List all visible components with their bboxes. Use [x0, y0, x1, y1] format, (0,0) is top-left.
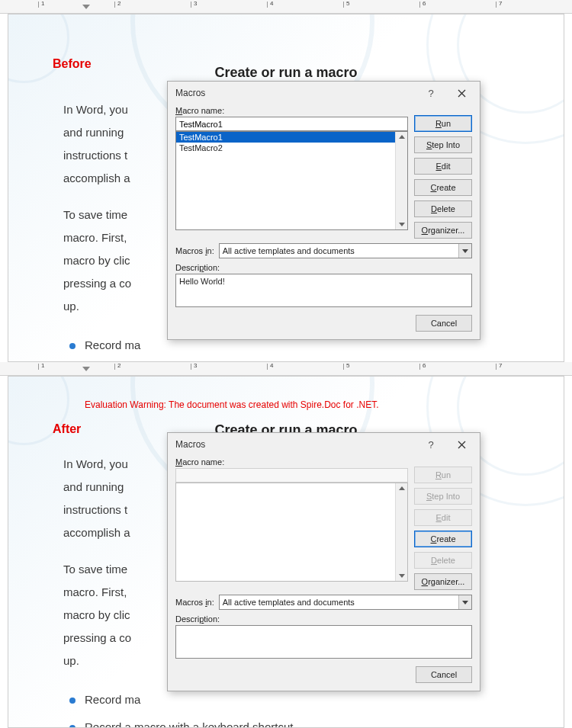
doc-text: accomplish a [63, 526, 130, 539]
doc-text: instructions t [63, 149, 127, 162]
doc-text: In Word, you [63, 457, 128, 470]
macros-in-label: Macros in: [175, 246, 214, 255]
document-title: Create or run a macro [8, 65, 564, 81]
ruler-mark: 4 [270, 362, 273, 369]
macro-name-input[interactable] [175, 117, 408, 131]
doc-text: and running [63, 126, 124, 139]
edit-button: Edit [414, 509, 472, 526]
doc-text: up. [63, 300, 79, 313]
dialog-title: Macros [175, 439, 416, 450]
macro-list[interactable]: TestMacro1 TestMacro2 [175, 131, 408, 230]
dialog-titlebar[interactable]: Macros ? [168, 433, 480, 456]
run-button[interactable]: Run [414, 115, 472, 132]
ruler-mark: 6 [423, 362, 426, 369]
macros-dialog: Macros ? Macro name: TestMacro1 TestMacr… [167, 81, 480, 340]
scrollbar[interactable] [395, 132, 407, 229]
dialog-titlebar[interactable]: Macros ? [168, 82, 480, 104]
description-text: Hello World! [179, 277, 225, 286]
description-box[interactable]: Hello World! [175, 274, 472, 307]
ruler-mark: 7 [499, 362, 502, 369]
macros-dialog: Macros ? Macro name: Run Step Into [167, 432, 480, 691]
ruler-mark: 5 [346, 362, 349, 369]
scroll-down-icon[interactable] [399, 574, 405, 578]
run-button: Run [414, 467, 472, 483]
scene-after: 1 2 3 4 5 6 7 Evaluation Warning: The do… [0, 362, 572, 728]
ruler-mark: 7 [499, 0, 502, 7]
create-button[interactable]: Create [414, 179, 472, 196]
macro-name-input[interactable] [175, 468, 408, 483]
ruler-mark: 1 [41, 0, 44, 7]
doc-text: up. [63, 654, 79, 667]
doc-text: To save time [63, 563, 127, 576]
ruler-mark: 6 [423, 0, 426, 7]
create-button[interactable]: Create [414, 531, 472, 547]
macro-list-item[interactable]: TestMacro2 [176, 143, 407, 153]
ruler-mark: 2 [117, 0, 121, 7]
scene-before: 1 2 3 4 5 6 7 Before Create or run a mac… [0, 0, 572, 362]
help-button[interactable]: ? [416, 434, 446, 455]
macro-list-item[interactable]: TestMacro1 [176, 132, 407, 143]
ruler-mark: 2 [117, 362, 121, 369]
list-item-text: Record a macro with a keyboard shortcut [85, 720, 293, 728]
close-icon [458, 89, 466, 98]
macro-name-label: Macro name: [175, 106, 408, 115]
organizer-button[interactable]: Organizer... [414, 222, 472, 239]
ruler-mark: 5 [346, 0, 349, 7]
evaluation-warning: Evaluation Warning: The document was cre… [85, 399, 379, 410]
close-button[interactable] [446, 434, 477, 455]
doc-text: In Word, you [63, 103, 128, 116]
cancel-button[interactable]: Cancel [416, 666, 472, 683]
scroll-up-icon[interactable] [399, 486, 405, 490]
description-label: Description: [175, 263, 472, 272]
indent-marker-icon[interactable] [82, 367, 90, 371]
chevron-down-icon[interactable] [458, 244, 471, 258]
doc-text: instructions t [63, 503, 127, 516]
ruler: 1 2 3 4 5 6 7 [0, 0, 572, 14]
ruler-mark: 3 [194, 362, 197, 369]
help-button[interactable]: ? [416, 82, 446, 104]
doc-text: pressing a co [63, 277, 131, 290]
cancel-button[interactable]: Cancel [416, 315, 472, 332]
doc-text: accomplish a [63, 172, 130, 184]
description-box[interactable] [175, 625, 472, 659]
close-icon [458, 441, 466, 449]
step-into-button[interactable]: Step Into [414, 136, 472, 153]
doc-text: macro. First, [63, 585, 127, 598]
scroll-down-icon[interactable] [399, 223, 405, 226]
doc-text: macro by clic [63, 254, 130, 267]
list-item: Record a macro with a keyboard shortcut [63, 714, 490, 728]
ruler-mark: 1 [41, 362, 44, 369]
scrollbar[interactable] [395, 483, 407, 581]
dialog-title: Macros [175, 88, 416, 98]
ruler-mark: 4 [270, 0, 273, 7]
macros-in-dropdown[interactable]: All active templates and documents [219, 595, 472, 610]
delete-button: Delete [414, 552, 472, 569]
description-label: Description: [175, 614, 472, 624]
doc-text: pressing a co [63, 631, 131, 644]
list-item-text: Record ma [85, 338, 140, 351]
list-item-text: Record ma [85, 693, 140, 706]
ruler-mark: 3 [194, 0, 197, 7]
scroll-up-icon[interactable] [399, 135, 405, 139]
organizer-button[interactable]: Organizer... [414, 573, 472, 590]
chevron-down-icon[interactable] [458, 595, 471, 609]
step-into-button: Step Into [414, 488, 472, 505]
macro-name-label: Macro name: [175, 457, 408, 467]
macros-in-value: All active templates and documents [223, 246, 355, 255]
close-button[interactable] [446, 82, 477, 104]
indent-marker-icon[interactable] [82, 5, 90, 9]
doc-text: macro. First, [63, 231, 127, 244]
doc-text: To save time [63, 208, 127, 221]
macros-in-dropdown[interactable]: All active templates and documents [219, 243, 472, 258]
ruler: 1 2 3 4 5 6 7 [0, 362, 572, 376]
doc-text: macro by clic [63, 608, 130, 621]
edit-button[interactable]: Edit [414, 158, 472, 175]
macros-in-label: Macros in: [175, 598, 214, 607]
delete-button[interactable]: Delete [414, 200, 472, 217]
macro-list[interactable] [175, 483, 408, 582]
doc-text: and running [63, 480, 124, 493]
macros-in-value: All active templates and documents [223, 598, 355, 607]
